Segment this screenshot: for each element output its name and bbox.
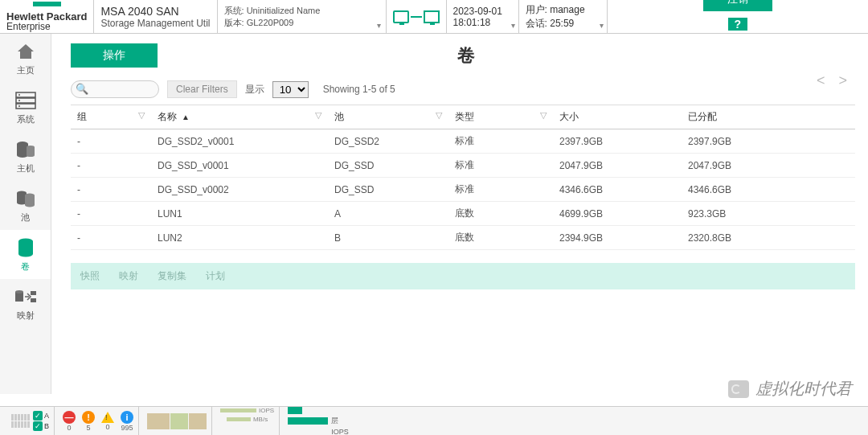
- svg-point-5: [18, 105, 20, 107]
- warn-icon: !: [82, 411, 95, 424]
- sidebar: 主页 系统 主机 池 卷: [0, 34, 51, 394]
- cell-type: 底数: [448, 202, 553, 226]
- help-button[interactable]: ?: [728, 18, 747, 31]
- volume-icon: [14, 238, 37, 257]
- tab-replication[interactable]: 复制集: [158, 269, 186, 283]
- system-info-dropdown[interactable]: 系统: Uninitialized Name 版本: GL220P009 ▾: [218, 0, 387, 33]
- table-row[interactable]: -LUN1A底数4699.9GB923.3GB: [71, 202, 855, 226]
- tab-schedule[interactable]: 计划: [206, 269, 225, 283]
- svg-point-3: [18, 94, 20, 96]
- nav-pools[interactable]: 池: [0, 181, 51, 230]
- col-type[interactable]: 类型▽: [448, 105, 553, 129]
- col-size[interactable]: 大小: [553, 105, 682, 129]
- tab-snapshot[interactable]: 快照: [80, 269, 100, 283]
- capacity-blocks[interactable]: [142, 407, 212, 435]
- svg-point-11: [27, 154, 35, 157]
- cell-pool: DG_SSD: [328, 178, 448, 202]
- host-icon: [14, 140, 37, 159]
- home-icon: [14, 42, 37, 61]
- product-sub: Storage Management Util: [100, 18, 210, 29]
- check-icon: ✓: [33, 411, 43, 421]
- tier-bar-icon: [288, 417, 328, 425]
- svg-point-8: [17, 153, 28, 158]
- filter-icon[interactable]: ▽: [138, 110, 145, 121]
- cell-size: 2394.9GB: [553, 226, 682, 250]
- mapping-icon: [14, 287, 37, 306]
- time-value: 18:01:18: [453, 17, 512, 28]
- svg-rect-25: [31, 298, 36, 302]
- table-row[interactable]: -DG_SSD_v0001DG_SSD标准2047.9GB2047.9GB: [71, 154, 855, 178]
- content-area: 操作 卷 < > 🔍 Clear Filters 显示 10 Showing 1…: [51, 34, 868, 394]
- cell-size: 2397.9GB: [553, 129, 682, 154]
- chevron-down-icon: ▾: [377, 21, 381, 30]
- server-rack-icon: [14, 91, 37, 110]
- pool-icon: [14, 189, 37, 208]
- event-counters[interactable]: —0 !5 !0 i995: [58, 407, 139, 435]
- cell-allocated: 4346.6GB: [682, 178, 855, 202]
- table-row[interactable]: -LUN2B底数2394.9GB2320.8GB: [71, 226, 855, 250]
- cell-allocated: 923.3GB: [682, 202, 855, 226]
- filter-icon[interactable]: ▽: [540, 110, 547, 121]
- info-count: 995: [121, 424, 133, 432]
- cell-type: 标准: [448, 178, 553, 202]
- cell-allocated: 2397.9GB: [682, 129, 855, 154]
- disk-slots-icon: [11, 414, 30, 428]
- storage-icon: [424, 10, 440, 23]
- col-pool[interactable]: 池▽: [328, 105, 448, 129]
- tier-label: 层: [331, 416, 338, 426]
- nav-mapping[interactable]: 映射: [0, 279, 51, 328]
- status-footer: ✓A ✓B —0 !5 !0 i995 IOPS MB/s 层 IOPS: [0, 406, 868, 435]
- cell-group: -: [71, 154, 151, 178]
- enclosure-status[interactable]: ✓A ✓B: [6, 407, 55, 435]
- cell-name: DG_SSD_v0001: [151, 154, 328, 178]
- filter-icon[interactable]: ▽: [436, 110, 442, 121]
- iops-label: IOPS: [259, 407, 274, 414]
- check-icon: ✓: [33, 421, 43, 431]
- top-bar: Hewlett Packard Enterprise MSA 2040 SAN …: [0, 0, 868, 34]
- error-icon: —: [63, 411, 76, 424]
- pager-arrows[interactable]: < >: [817, 72, 852, 89]
- clear-filters-button[interactable]: Clear Filters: [167, 80, 237, 98]
- search-icon: 🔍: [76, 83, 88, 95]
- sort-asc-icon: ▲: [182, 113, 190, 121]
- link-line-icon: [411, 16, 422, 18]
- table-row[interactable]: -DG_SSD_v0002DG_SSD标准4346.6GB4346.6GB: [71, 178, 855, 202]
- col-allocated[interactable]: 已分配: [682, 105, 855, 129]
- nav-system[interactable]: 系统: [0, 83, 51, 132]
- col-name[interactable]: 名称▲▽: [151, 105, 328, 129]
- cell-name: DG_SSD_v0002: [151, 178, 328, 202]
- col-group[interactable]: 组▽: [71, 105, 151, 129]
- capacity-block-icon: [170, 413, 188, 429]
- page-size-select[interactable]: 10: [272, 81, 309, 98]
- cell-size: 4699.9GB: [553, 202, 682, 226]
- nav-home[interactable]: 主页: [0, 34, 51, 83]
- datetime-dropdown[interactable]: 2023-09-01 18:01:18 ▾: [447, 0, 519, 33]
- mbs-label: MB/s: [253, 416, 268, 423]
- table-row[interactable]: -DG_SSD2_v0001DG_SSD2标准2397.9GB2397.9GB: [71, 129, 855, 154]
- filter-icon[interactable]: ▽: [315, 110, 321, 121]
- logout-button[interactable]: 注销: [703, 0, 772, 11]
- perf-bars[interactable]: IOPS MB/s: [215, 407, 280, 435]
- nav-volumes[interactable]: 卷: [0, 230, 51, 279]
- cell-type: 标准: [448, 154, 553, 178]
- brand-line2: Enterprise: [6, 22, 87, 31]
- connection-status-icon[interactable]: [387, 0, 447, 33]
- mbs-bar-icon: [227, 417, 251, 421]
- user-session-dropdown[interactable]: 用户: manage 会话: 25:59 ▾: [519, 0, 608, 33]
- hpe-rect-icon: [33, 2, 61, 6]
- error-count: 0: [68, 424, 72, 432]
- product-info: MSA 2040 SAN Storage Management Util: [94, 0, 217, 33]
- tab-mapping[interactable]: 映射: [119, 269, 138, 283]
- cell-pool: DG_SSD: [328, 154, 448, 178]
- tier-section[interactable]: 层 IOPS: [283, 407, 354, 435]
- cell-pool: B: [328, 226, 448, 250]
- cell-pool: A: [328, 202, 448, 226]
- iops-bar-icon: [220, 408, 256, 412]
- volumes-table: 组▽ 名称▲▽ 池▽ 类型▽ 大小 已分配 -DG_SSD2_v0001DG_S…: [71, 105, 855, 250]
- cell-group: -: [71, 129, 151, 154]
- nav-hosts[interactable]: 主机: [0, 132, 51, 181]
- info-icon: i: [121, 411, 133, 424]
- capacity-block-icon: [147, 413, 170, 429]
- caution-icon: !: [101, 412, 114, 423]
- chevron-down-icon: ▾: [600, 21, 604, 30]
